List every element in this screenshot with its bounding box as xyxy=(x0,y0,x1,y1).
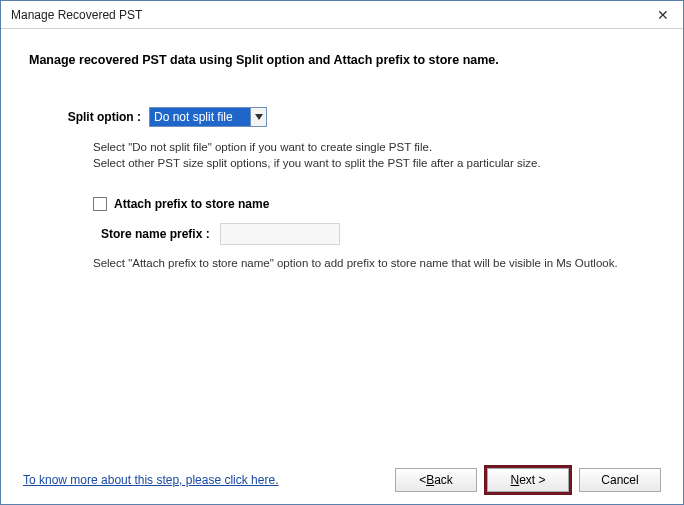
titlebar: Manage Recovered PST ✕ xyxy=(1,1,683,29)
chevron-down-icon xyxy=(250,108,266,126)
cancel-button[interactable]: Cancel xyxy=(579,468,661,492)
dialog-content: Manage recovered PST data using Split op… xyxy=(1,29,683,504)
dialog-window: Manage Recovered PST ✕ Manage recovered … xyxy=(0,0,684,505)
store-prefix-input[interactable] xyxy=(220,223,340,245)
split-option-row: Split option : Do not split file xyxy=(57,107,655,127)
store-prefix-row: Store name prefix : xyxy=(101,223,655,245)
split-option-selected: Do not split file xyxy=(150,108,250,126)
next-button[interactable]: Next > xyxy=(487,468,569,492)
attach-prefix-label: Attach prefix to store name xyxy=(114,197,269,211)
back-button-rest: ack xyxy=(434,469,453,491)
split-option-dropdown[interactable]: Do not split file xyxy=(149,107,267,127)
close-button[interactable]: ✕ xyxy=(643,1,683,29)
help-link[interactable]: To know more about this step, please cli… xyxy=(23,473,278,487)
attach-prefix-hint: Select "Attach prefix to store name" opt… xyxy=(93,257,655,269)
next-button-mnemonic: N xyxy=(510,469,519,491)
page-heading: Manage recovered PST data using Split op… xyxy=(29,53,655,67)
back-button[interactable]: < Back xyxy=(395,468,477,492)
dialog-footer: To know more about this step, please cli… xyxy=(1,456,683,504)
store-prefix-label: Store name prefix : xyxy=(101,227,220,241)
attach-prefix-row: Attach prefix to store name xyxy=(93,197,655,211)
back-button-prefix: < xyxy=(419,469,426,491)
close-icon: ✕ xyxy=(657,7,669,23)
split-hint-2: Select other PST size split options, if … xyxy=(93,155,655,171)
next-button-rest: ext > xyxy=(519,469,545,491)
attach-prefix-checkbox[interactable] xyxy=(93,197,107,211)
back-button-mnemonic: B xyxy=(426,469,434,491)
split-hint-1: Select "Do not split file" option if you… xyxy=(93,139,655,155)
window-title: Manage Recovered PST xyxy=(11,8,643,22)
split-option-hints: Select "Do not split file" option if you… xyxy=(93,139,655,171)
split-option-label: Split option : xyxy=(57,110,149,124)
